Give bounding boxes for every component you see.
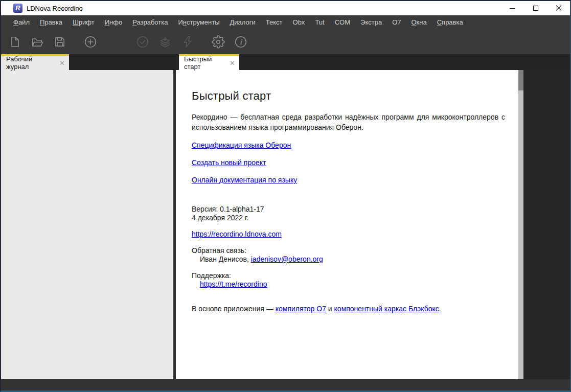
scrollbar-thumb[interactable]	[518, 70, 523, 90]
close-button[interactable]	[547, 1, 570, 15]
settings-icon[interactable]	[212, 35, 225, 49]
quick-start-pane: Быстрый старт Рекордино — бесплатная сре…	[176, 70, 518, 379]
date-line: 4 декабря 2022 г.	[192, 214, 505, 222]
work-journal-pane[interactable]	[1, 70, 173, 379]
tab-quick-start[interactable]: Быстрый старт ✕	[179, 54, 239, 70]
menu-item-13[interactable]: Окна	[411, 18, 426, 26]
tab-close-icon[interactable]: ✕	[230, 60, 235, 66]
close-icon	[556, 5, 562, 11]
tab-strip: Рабочий журнал ✕ Быстрый старт ✕	[1, 54, 570, 70]
intro-paragraph: Рекордино — бесплатная среда разработки …	[192, 112, 505, 132]
version-block: Версия: 0.1-alpha1-17 4 декабря 2022 г.	[192, 205, 505, 222]
window-title: LDNova Recordino	[27, 5, 83, 12]
menu-item-9[interactable]: Tut	[315, 18, 324, 26]
tab-work-journal-label: Рабочий журнал	[6, 55, 56, 71]
menu-item-4[interactable]: Разработка	[132, 18, 168, 26]
tab-work-journal[interactable]: Рабочий журнал ✕	[1, 54, 69, 70]
footer-suffix: .	[439, 305, 441, 313]
menu-item-11[interactable]: Экстра	[360, 18, 382, 26]
menu-item-14[interactable]: Справка	[437, 18, 463, 26]
menu-bar: ФайлПравкаШрифтИнфоРазработкаИнструменты…	[1, 15, 570, 29]
minimize-button[interactable]	[501, 1, 524, 15]
menu-item-10[interactable]: COM	[335, 18, 350, 26]
content-area: Быстрый старт Рекордино — бесплатная сре…	[1, 70, 570, 379]
menu-item-3[interactable]: Инфо	[105, 18, 122, 26]
quick-links: Спецификация языка Оберон Создать новый …	[192, 141, 505, 185]
maximize-button[interactable]	[524, 1, 547, 15]
window-controls	[501, 1, 570, 15]
footer-prefix: В основе приложения —	[192, 305, 276, 313]
link-online-docs[interactable]: Онлайн документация по языку	[192, 176, 297, 184]
app-logo-icon: R	[13, 4, 22, 13]
svg-text:i: i	[240, 38, 243, 46]
feedback-block: Обратная связь: Иван Денисов, iadenisov@…	[192, 246, 505, 263]
check-icon	[136, 35, 149, 49]
menu-item-5[interactable]: Инструменты	[178, 18, 219, 26]
workspace-background	[523, 70, 570, 379]
support-label: Поддержка:	[192, 271, 505, 280]
menu-item-6[interactable]: Диалоги	[230, 18, 256, 26]
minimize-icon	[510, 8, 515, 9]
open-file-icon[interactable]	[31, 35, 44, 49]
vertical-scrollbar[interactable]	[518, 70, 523, 379]
footer-mid: и	[326, 305, 334, 313]
link-new-project[interactable]: Создать новый проект	[192, 158, 266, 167]
status-strip	[1, 379, 570, 390]
new-file-icon[interactable]	[8, 35, 21, 49]
app-window: R LDNova Recordino ФайлПравкаШрифтИнфоРа…	[0, 0, 571, 392]
link-language-spec[interactable]: Спецификация языка Оберон	[192, 141, 291, 149]
link-blackbox-framework[interactable]: компонентный каркас Блэкбокс	[334, 305, 439, 313]
save-icon[interactable]	[53, 35, 66, 49]
flash-icon	[181, 35, 194, 49]
menu-item-2[interactable]: Шрифт	[73, 18, 95, 26]
title-bar: R LDNova Recordino	[1, 1, 570, 15]
maximize-icon	[533, 6, 538, 11]
link-compiler-o7[interactable]: компилятор O7	[276, 305, 326, 313]
tab-close-icon[interactable]: ✕	[59, 60, 65, 66]
menu-item-12[interactable]: O7	[392, 18, 401, 26]
link-email[interactable]: iadenisov@oberon.org	[251, 255, 323, 263]
page-title: Быстрый старт	[192, 89, 505, 103]
toolbar: i	[1, 29, 570, 54]
version-line: Версия: 0.1-alpha1-17	[192, 205, 505, 214]
info-icon[interactable]: i	[234, 35, 247, 49]
tab-quick-start-label: Быстрый старт	[184, 55, 226, 71]
feedback-label: Обратная связь:	[192, 246, 505, 255]
menu-item-8[interactable]: Obx	[293, 18, 305, 26]
footer-line: В основе приложения — компилятор O7 и ко…	[192, 305, 505, 313]
menu-item-0[interactable]: Файл	[13, 18, 30, 26]
add-icon[interactable]	[84, 35, 97, 49]
menu-item-7[interactable]: Текст	[266, 18, 283, 26]
support-block: Поддержка: https://t.me/recordino	[192, 271, 505, 288]
compile-layers-icon	[158, 35, 172, 49]
feedback-name: Иван Денисов,	[200, 255, 251, 263]
link-website[interactable]: https://recordino.ldnova.com	[192, 230, 282, 238]
menu-item-1[interactable]: Правка	[40, 18, 62, 26]
link-telegram[interactable]: https://t.me/recordino	[200, 280, 267, 288]
